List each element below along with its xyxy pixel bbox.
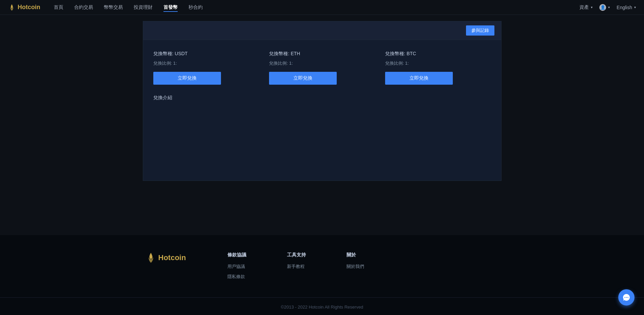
ido-card: 參與記錄 兌換幣種: USDT 兌換比例: 1: 立即兌換 兌換幣種: ETH … [143, 21, 502, 181]
assets-chevron-icon: ▾ [591, 5, 593, 9]
footer-about-header: 關於 [347, 252, 364, 258]
footer-logo-text: Hotcoin [158, 253, 186, 262]
footer-col-terms: 條款協議 用戶協議 隱私條款 [227, 252, 246, 284]
language-label: English [617, 5, 632, 10]
exchange-label-usdt: 兌換幣種: USDT [153, 51, 259, 57]
flame-icon [8, 4, 16, 11]
exchange-btn-eth[interactable]: 立即兌換 [269, 72, 337, 85]
footer-col-about: 關於 關於我們 [347, 252, 364, 284]
nav-second[interactable]: 秒合約 [188, 3, 203, 12]
language-menu[interactable]: English ▾ [617, 5, 636, 10]
assets-menu[interactable]: 資產 ▾ [579, 4, 593, 10]
exchange-label-btc: 兌換幣種: BTC [385, 51, 491, 57]
intro-label: 兌換介紹 [153, 95, 172, 100]
footer-link-about-us[interactable]: 關於我們 [347, 264, 364, 270]
assets-label: 資產 [579, 4, 589, 10]
exchange-card-btc: 兌換幣種: BTC 兌換比例: 1: 立即兌換 [385, 51, 491, 85]
nav-home[interactable]: 首頁 [54, 3, 63, 12]
footer-link-tutorial[interactable]: 新手教程 [287, 264, 306, 270]
user-menu[interactable]: 👤 ▾ [599, 4, 610, 11]
card-topbar: 參與記錄 [143, 21, 501, 40]
footer-flame-icon [146, 252, 156, 264]
exchange-card-eth: 兌換幣種: ETH 兌換比例: 1: 立即兌換 [269, 51, 385, 85]
footer: Hotcoin 條款協議 用戶協議 隱私條款 工具支持 新手教程 關於 關於我們… [0, 235, 644, 315]
logo-text: Hotcoin [18, 4, 40, 11]
user-chevron-icon: ▾ [608, 5, 610, 9]
footer-link-user-agreement[interactable]: 用戶協議 [227, 264, 246, 270]
nav-ido[interactable]: 首發幣 [163, 3, 178, 12]
footer-col-tools: 工具支持 新手教程 [287, 252, 306, 284]
footer-tools-header: 工具支持 [287, 252, 306, 258]
exchange-ratio-btc: 兌換比例: 1: [385, 60, 491, 66]
footer-copyright: ©2013 - 2022 Hotcoin All Rights Reserved [0, 297, 644, 313]
exchange-card-usdt: 兌換幣種: USDT 兌換比例: 1: 立即兌換 [153, 51, 269, 85]
exchange-ratio-eth: 兌換比例: 1: [269, 60, 375, 66]
copyright-text: ©2013 - 2022 Hotcoin All Rights Reserved [281, 304, 363, 310]
exchange-ratio-usdt: 兌換比例: 1: [153, 60, 259, 66]
chat-bubble[interactable] [618, 289, 635, 306]
footer-inner: Hotcoin 條款協議 用戶協議 隱私條款 工具支持 新手教程 關於 關於我們 [119, 252, 525, 284]
chat-icon [622, 293, 630, 301]
language-chevron-icon: ▾ [634, 5, 636, 9]
exchange-btn-btc[interactable]: 立即兌換 [385, 72, 453, 85]
user-icon: 👤 [599, 4, 606, 11]
navbar: Hotcoin 首頁 合約交易 幣幣交易 投資理財 首發幣 秒合約 資產 ▾ 👤… [0, 0, 644, 15]
logo[interactable]: Hotcoin [8, 4, 40, 11]
footer-terms-header: 條款協議 [227, 252, 246, 258]
nav-spot[interactable]: 幣幣交易 [104, 3, 123, 12]
main-nav: 首頁 合約交易 幣幣交易 投資理財 首發幣 秒合約 [54, 3, 579, 12]
exchange-cards-row: 兌換幣種: USDT 兌換比例: 1: 立即兌換 兌換幣種: ETH 兌換比例:… [143, 40, 501, 91]
main-content: 參與記錄 兌換幣種: USDT 兌換比例: 1: 立即兌換 兌換幣種: ETH … [0, 15, 644, 181]
spacer [0, 181, 644, 235]
record-button[interactable]: 參與記錄 [466, 25, 494, 36]
nav-invest[interactable]: 投資理財 [134, 3, 153, 12]
exchange-btn-usdt[interactable]: 立即兌換 [153, 72, 221, 85]
exchange-label-eth: 兌換幣種: ETH [269, 51, 375, 57]
footer-cols: 條款協議 用戶協議 隱私條款 工具支持 新手教程 關於 關於我們 [227, 252, 498, 284]
nav-futures[interactable]: 合約交易 [74, 3, 93, 12]
footer-link-privacy[interactable]: 隱私條款 [227, 274, 246, 280]
navbar-right: 資產 ▾ 👤 ▾ English ▾ [579, 4, 636, 11]
exchange-intro: 兌換介紹 [143, 91, 501, 111]
footer-logo: Hotcoin [146, 252, 200, 264]
